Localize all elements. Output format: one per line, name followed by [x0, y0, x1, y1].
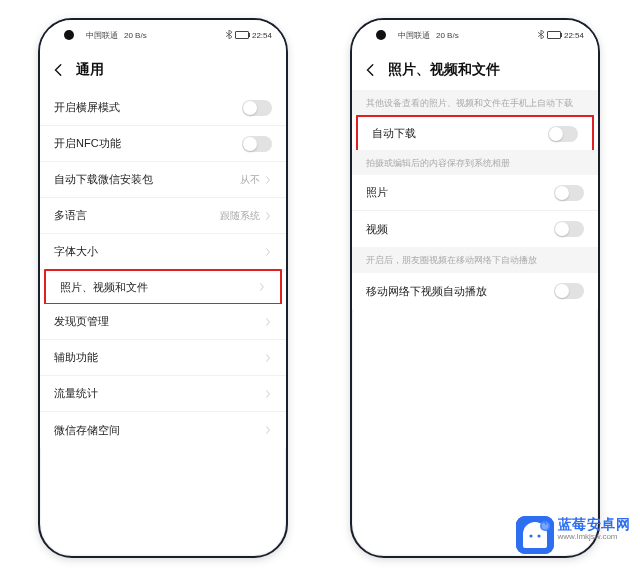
- svg-point-3: [529, 534, 532, 537]
- chevron-right-icon: [264, 176, 272, 184]
- section-header: 其他设备查看的照片、视频和文件在手机上自动下载: [352, 90, 598, 116]
- row-label: 自动下载微信安装包: [54, 172, 153, 187]
- status-bar: 中国联通 20 B/s 22:54: [40, 20, 286, 50]
- setting-row[interactable]: 发现页管理: [40, 304, 286, 340]
- section-group: 移动网络下视频自动播放: [352, 273, 598, 309]
- row-label: 辅助功能: [54, 350, 98, 365]
- setting-row[interactable]: 流量统计: [40, 376, 286, 412]
- setting-row[interactable]: 字体大小: [40, 234, 286, 270]
- nav-header: 照片、视频和文件: [352, 50, 598, 90]
- row-label: 照片、视频和文件: [60, 280, 148, 295]
- row-value: 从不: [240, 173, 260, 187]
- toggle-switch[interactable]: [548, 126, 578, 142]
- setting-row[interactable]: 多语言跟随系统: [40, 198, 286, 234]
- settings-list: 开启横屏模式开启NFC功能自动下载微信安装包从不多语言跟随系统字体大小照片、视频…: [40, 90, 286, 448]
- chevron-right-icon: [264, 318, 272, 326]
- svg-point-6: [541, 523, 547, 529]
- setting-row[interactable]: 开启横屏模式: [40, 90, 286, 126]
- speed-label: 20 B/s: [436, 31, 459, 40]
- toggle-switch[interactable]: [554, 221, 584, 237]
- page-title: 照片、视频和文件: [388, 61, 500, 79]
- row-value: 跟随系统: [220, 209, 260, 223]
- phone-mockup-right: 中国联通 20 B/s 22:54 照片、视频和文件 其他设备查看的照片、视频和…: [350, 18, 600, 558]
- setting-row[interactable]: 移动网络下视频自动播放: [352, 273, 598, 309]
- chevron-right-icon: [264, 390, 272, 398]
- row-label: 多语言: [54, 208, 87, 223]
- row-label: 照片: [366, 185, 388, 200]
- row-label: 字体大小: [54, 244, 98, 259]
- clock-label: 22:54: [252, 31, 272, 40]
- toggle-switch[interactable]: [242, 100, 272, 116]
- toggle-switch[interactable]: [554, 283, 584, 299]
- brand-title: 蓝莓安卓网: [558, 516, 631, 532]
- row-label: 视频: [366, 222, 388, 237]
- svg-point-4: [537, 534, 540, 537]
- row-label: 发现页管理: [54, 314, 109, 329]
- setting-row[interactable]: 微信存储空间: [40, 412, 286, 448]
- settings-sections: 其他设备查看的照片、视频和文件在手机上自动下载自动下载拍摄或编辑后的内容保存到系…: [352, 90, 598, 309]
- row-label: 移动网络下视频自动播放: [366, 284, 487, 299]
- battery-icon: [235, 31, 249, 39]
- page-title: 通用: [76, 61, 104, 79]
- brand-url: www.lmkjsw.com: [558, 532, 631, 541]
- back-icon[interactable]: [364, 63, 378, 77]
- setting-row[interactable]: 照片、视频和文件: [44, 269, 282, 305]
- chevron-right-icon: [264, 248, 272, 256]
- bluetooth-icon: [226, 30, 232, 41]
- row-label: 流量统计: [54, 386, 98, 401]
- setting-row[interactable]: 视频: [352, 211, 598, 247]
- phone-mockup-left: 中国联通 20 B/s 22:54 通用 开启横屏模式开启NFC功能自动下载微信…: [38, 18, 288, 558]
- status-bar: 中国联通 20 B/s 22:54: [352, 20, 598, 50]
- clock-label: 22:54: [564, 31, 584, 40]
- row-label: 开启横屏模式: [54, 100, 120, 115]
- battery-icon: [547, 31, 561, 39]
- toggle-switch[interactable]: [554, 185, 584, 201]
- brand-logo-icon: [516, 516, 554, 554]
- row-label: 开启NFC功能: [54, 136, 121, 151]
- row-label: 自动下载: [372, 126, 416, 141]
- section-header: 开启后，朋友圈视频在移动网络下自动播放: [352, 247, 598, 273]
- row-label: 微信存储空间: [54, 423, 120, 438]
- chevron-right-icon: [264, 354, 272, 362]
- toggle-switch[interactable]: [242, 136, 272, 152]
- chevron-right-icon: [264, 426, 272, 434]
- setting-row[interactable]: 自动下载: [356, 115, 594, 151]
- section-group: 自动下载: [352, 115, 598, 151]
- speed-label: 20 B/s: [124, 31, 147, 40]
- bluetooth-icon: [538, 30, 544, 41]
- watermark-branding: 蓝莓安卓网 www.lmkjsw.com: [516, 516, 631, 554]
- section-group: 照片视频: [352, 175, 598, 247]
- setting-row[interactable]: 辅助功能: [40, 340, 286, 376]
- nav-header: 通用: [40, 50, 286, 90]
- setting-row[interactable]: 自动下载微信安装包从不: [40, 162, 286, 198]
- setting-row[interactable]: 开启NFC功能: [40, 126, 286, 162]
- carrier-label: 中国联通: [398, 30, 430, 41]
- section-header: 拍摄或编辑后的内容保存到系统相册: [352, 150, 598, 176]
- chevron-right-icon: [258, 283, 266, 291]
- setting-row[interactable]: 照片: [352, 175, 598, 211]
- back-icon[interactable]: [52, 63, 66, 77]
- chevron-right-icon: [264, 212, 272, 220]
- carrier-label: 中国联通: [86, 30, 118, 41]
